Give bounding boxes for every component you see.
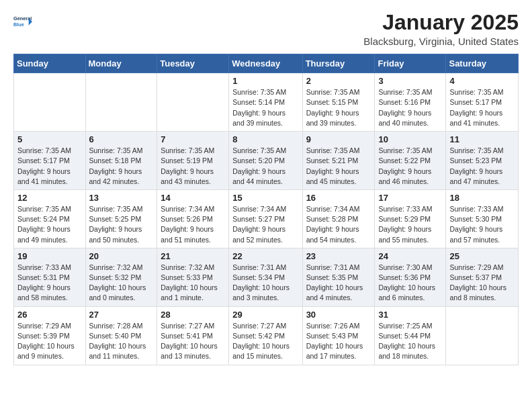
table-row bbox=[157, 73, 229, 132]
day-info: Sunrise: 7:35 AMSunset: 5:20 PMDaylight:… bbox=[232, 146, 298, 187]
table-row: 3Sunrise: 7:35 AMSunset: 5:16 PMDaylight… bbox=[375, 73, 446, 132]
calendar-subtitle: Blacksburg, Virginia, United States bbox=[363, 36, 519, 47]
table-row: 17Sunrise: 7:33 AMSunset: 5:29 PMDayligh… bbox=[375, 189, 446, 248]
day-number: 21 bbox=[161, 251, 225, 261]
table-row: 6Sunrise: 7:35 AMSunset: 5:18 PMDaylight… bbox=[85, 132, 157, 190]
day-number: 11 bbox=[449, 134, 515, 144]
table-row: 15Sunrise: 7:34 AMSunset: 5:27 PMDayligh… bbox=[229, 189, 302, 248]
day-number: 24 bbox=[378, 251, 442, 261]
calendar-week-row: 26Sunrise: 7:29 AMSunset: 5:39 PMDayligh… bbox=[14, 306, 519, 365]
table-row: 25Sunrise: 7:29 AMSunset: 5:37 PMDayligh… bbox=[446, 248, 519, 306]
day-info: Sunrise: 7:35 AMSunset: 5:24 PMDaylight:… bbox=[17, 204, 82, 245]
header-saturday: Saturday bbox=[446, 54, 519, 73]
day-info: Sunrise: 7:35 AMSunset: 5:18 PMDaylight:… bbox=[89, 146, 154, 187]
day-info: Sunrise: 7:35 AMSunset: 5:25 PMDaylight:… bbox=[89, 204, 154, 245]
day-number: 26 bbox=[17, 310, 82, 320]
logo-icon: General Blue bbox=[13, 11, 35, 32]
table-row: 31Sunrise: 7:25 AMSunset: 5:44 PMDayligh… bbox=[375, 306, 446, 365]
day-info: Sunrise: 7:35 AMSunset: 5:23 PMDaylight:… bbox=[449, 146, 515, 187]
day-number: 28 bbox=[161, 310, 225, 320]
day-info: Sunrise: 7:29 AMSunset: 5:37 PMDaylight:… bbox=[449, 263, 515, 304]
day-number: 7 bbox=[161, 134, 225, 144]
day-info: Sunrise: 7:35 AMSunset: 5:16 PMDaylight:… bbox=[378, 87, 442, 128]
day-number: 31 bbox=[378, 310, 442, 320]
table-row: 8Sunrise: 7:35 AMSunset: 5:20 PMDaylight… bbox=[229, 132, 302, 190]
day-number: 4 bbox=[449, 76, 515, 86]
table-row: 19Sunrise: 7:33 AMSunset: 5:31 PMDayligh… bbox=[14, 248, 86, 306]
table-row: 5Sunrise: 7:35 AMSunset: 5:17 PMDaylight… bbox=[14, 132, 86, 190]
table-row: 18Sunrise: 7:33 AMSunset: 5:30 PMDayligh… bbox=[446, 189, 519, 248]
calendar-week-row: 12Sunrise: 7:35 AMSunset: 5:24 PMDayligh… bbox=[14, 189, 519, 248]
calendar-week-row: 1Sunrise: 7:35 AMSunset: 5:14 PMDaylight… bbox=[14, 73, 519, 132]
day-info: Sunrise: 7:30 AMSunset: 5:36 PMDaylight:… bbox=[378, 263, 442, 304]
day-info: Sunrise: 7:31 AMSunset: 5:35 PMDaylight:… bbox=[306, 263, 371, 304]
day-number: 29 bbox=[232, 310, 298, 320]
day-number: 13 bbox=[89, 193, 154, 203]
day-info: Sunrise: 7:33 AMSunset: 5:29 PMDaylight:… bbox=[378, 204, 442, 245]
table-row: 12Sunrise: 7:35 AMSunset: 5:24 PMDayligh… bbox=[14, 189, 86, 248]
header-tuesday: Tuesday bbox=[157, 54, 229, 73]
day-number: 17 bbox=[378, 193, 442, 203]
table-row: 1Sunrise: 7:35 AMSunset: 5:14 PMDaylight… bbox=[229, 73, 302, 132]
table-row: 14Sunrise: 7:34 AMSunset: 5:26 PMDayligh… bbox=[157, 189, 229, 248]
day-info: Sunrise: 7:35 AMSunset: 5:15 PMDaylight:… bbox=[306, 87, 371, 128]
table-row: 20Sunrise: 7:32 AMSunset: 5:32 PMDayligh… bbox=[85, 248, 157, 306]
header-friday: Friday bbox=[375, 54, 446, 73]
day-number: 16 bbox=[306, 193, 371, 203]
day-number: 19 bbox=[17, 251, 82, 261]
day-number: 15 bbox=[232, 193, 298, 203]
day-number: 12 bbox=[17, 193, 82, 203]
day-info: Sunrise: 7:35 AMSunset: 5:17 PMDaylight:… bbox=[449, 87, 515, 128]
table-row: 16Sunrise: 7:34 AMSunset: 5:28 PMDayligh… bbox=[302, 189, 375, 248]
header: General Blue January 2025 Blacksburg, Vi… bbox=[13, 11, 519, 47]
day-number: 8 bbox=[232, 134, 298, 144]
day-number: 9 bbox=[306, 134, 371, 144]
day-number: 2 bbox=[306, 76, 371, 86]
day-number: 27 bbox=[89, 310, 154, 320]
calendar-table: Sunday Monday Tuesday Wednesday Thursday… bbox=[13, 54, 519, 365]
day-number: 20 bbox=[89, 251, 154, 261]
table-row bbox=[14, 73, 86, 132]
calendar-week-row: 5Sunrise: 7:35 AMSunset: 5:17 PMDaylight… bbox=[14, 132, 519, 190]
day-info: Sunrise: 7:32 AMSunset: 5:33 PMDaylight:… bbox=[161, 263, 225, 304]
day-number: 25 bbox=[449, 251, 515, 261]
day-number: 10 bbox=[378, 134, 442, 144]
table-row: 11Sunrise: 7:35 AMSunset: 5:23 PMDayligh… bbox=[446, 132, 519, 190]
day-info: Sunrise: 7:34 AMSunset: 5:28 PMDaylight:… bbox=[306, 204, 371, 245]
page: General Blue January 2025 Blacksburg, Vi… bbox=[0, 0, 532, 411]
day-info: Sunrise: 7:31 AMSunset: 5:34 PMDaylight:… bbox=[232, 263, 298, 304]
day-info: Sunrise: 7:35 AMSunset: 5:19 PMDaylight:… bbox=[161, 146, 225, 187]
calendar-header-row: Sunday Monday Tuesday Wednesday Thursday… bbox=[14, 54, 519, 73]
table-row: 22Sunrise: 7:31 AMSunset: 5:34 PMDayligh… bbox=[229, 248, 302, 306]
day-info: Sunrise: 7:35 AMSunset: 5:22 PMDaylight:… bbox=[378, 146, 442, 187]
day-info: Sunrise: 7:34 AMSunset: 5:26 PMDaylight:… bbox=[161, 204, 225, 245]
day-number: 30 bbox=[306, 310, 371, 320]
table-row: 23Sunrise: 7:31 AMSunset: 5:35 PMDayligh… bbox=[302, 248, 375, 306]
day-number: 6 bbox=[89, 134, 154, 144]
day-number: 1 bbox=[232, 76, 298, 86]
table-row: 4Sunrise: 7:35 AMSunset: 5:17 PMDaylight… bbox=[446, 73, 519, 132]
header-wednesday: Wednesday bbox=[229, 54, 302, 73]
table-row bbox=[446, 306, 519, 365]
day-info: Sunrise: 7:33 AMSunset: 5:30 PMDaylight:… bbox=[449, 204, 515, 245]
day-info: Sunrise: 7:27 AMSunset: 5:41 PMDaylight:… bbox=[161, 321, 225, 362]
day-info: Sunrise: 7:28 AMSunset: 5:40 PMDaylight:… bbox=[89, 321, 154, 362]
table-row: 21Sunrise: 7:32 AMSunset: 5:33 PMDayligh… bbox=[157, 248, 229, 306]
table-row: 13Sunrise: 7:35 AMSunset: 5:25 PMDayligh… bbox=[85, 189, 157, 248]
header-thursday: Thursday bbox=[302, 54, 375, 73]
day-info: Sunrise: 7:35 AMSunset: 5:14 PMDaylight:… bbox=[232, 87, 298, 128]
calendar-week-row: 19Sunrise: 7:33 AMSunset: 5:31 PMDayligh… bbox=[14, 248, 519, 306]
header-sunday: Sunday bbox=[14, 54, 86, 73]
day-number: 22 bbox=[232, 251, 298, 261]
day-info: Sunrise: 7:34 AMSunset: 5:27 PMDaylight:… bbox=[232, 204, 298, 245]
logo: General Blue bbox=[13, 11, 35, 32]
svg-text:Blue: Blue bbox=[13, 21, 24, 28]
title-block: January 2025 Blacksburg, Virginia, Unite… bbox=[363, 11, 519, 47]
table-row: 2Sunrise: 7:35 AMSunset: 5:15 PMDaylight… bbox=[302, 73, 375, 132]
table-row: 9Sunrise: 7:35 AMSunset: 5:21 PMDaylight… bbox=[302, 132, 375, 190]
table-row: 30Sunrise: 7:26 AMSunset: 5:43 PMDayligh… bbox=[302, 306, 375, 365]
calendar-title: January 2025 bbox=[363, 11, 519, 34]
day-number: 3 bbox=[378, 76, 442, 86]
table-row: 29Sunrise: 7:27 AMSunset: 5:42 PMDayligh… bbox=[229, 306, 302, 365]
day-info: Sunrise: 7:27 AMSunset: 5:42 PMDaylight:… bbox=[232, 321, 298, 362]
